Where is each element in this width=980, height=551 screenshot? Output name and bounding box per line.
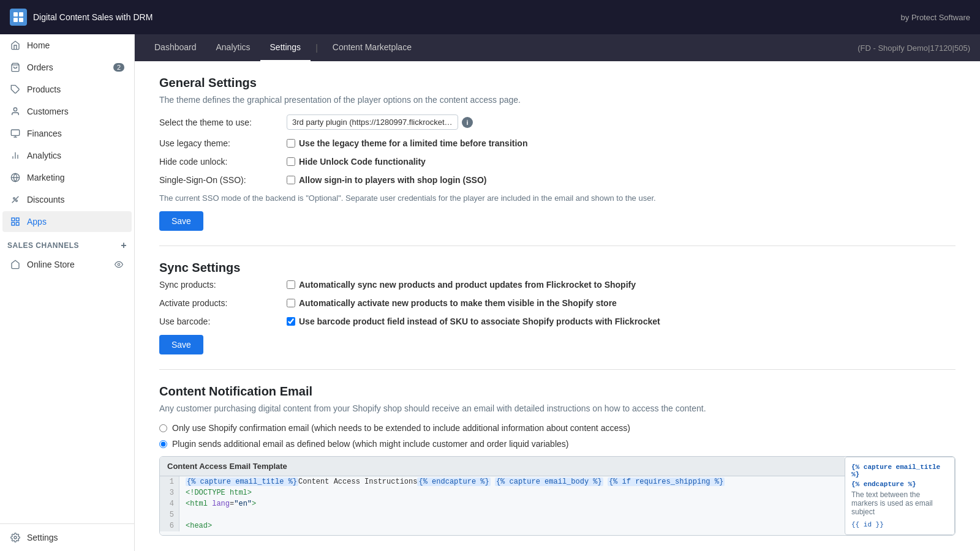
sidebar-item-online-store[interactable]: Online Store — [2, 254, 132, 275]
code-line-4: 4 <html lang="en"> — [160, 498, 845, 509]
email-option2-label[interactable]: Plugin sends additional email as defined… — [172, 439, 568, 449]
legacy-theme-checkbox[interactable] — [287, 139, 295, 148]
divider-2 — [159, 369, 956, 370]
content-notification-title: Content Notification Email — [159, 384, 956, 399]
sidebar-item-orders[interactable]: Orders 2 — [2, 57, 132, 78]
hide-code-checkbox-label[interactable]: Hide Unlock Code functionality — [287, 157, 426, 167]
code-line-3: 3 <!DOCTYPE html> — [160, 487, 845, 498]
sales-channels-label: Sales channels — [7, 241, 79, 250]
activate-products-checkbox[interactable] — [287, 299, 295, 307]
online-store-icon — [10, 259, 21, 270]
sync-products-row: Sync products: Automatically sync new pr… — [159, 280, 956, 290]
activate-products-checkbox-label[interactable]: Automatically activate new products to m… — [287, 298, 617, 308]
svg-point-6 — [13, 108, 17, 111]
nav-item-content-marketplace[interactable]: Content Marketplace — [323, 34, 421, 61]
theme-value-container: 3rd party plugin (https://1280997.flickr… — [287, 114, 473, 130]
sidebar-item-marketing[interactable]: Marketing — [2, 167, 132, 188]
orders-icon — [10, 62, 21, 73]
legacy-theme-text: Use the legacy theme for a limited time … — [299, 138, 527, 148]
general-settings-desc: The theme defines the graphical presenta… — [159, 95, 956, 105]
svg-point-15 — [13, 198, 15, 200]
legacy-theme-row: Use legacy theme: Use the legacy theme f… — [159, 138, 956, 148]
hide-code-label: Hide code unlock: — [159, 157, 282, 167]
top-bar: Digital Content Sales with DRM by Protec… — [0, 0, 980, 34]
sso-text: Allow sign-in to players with shop login… — [299, 175, 486, 185]
email-option1-label[interactable]: Only use Shopify confirmation email (whi… — [172, 423, 630, 433]
nav-item-analytics[interactable]: Analytics — [206, 34, 260, 61]
page-content: General Settings The theme defines the g… — [135, 61, 980, 551]
theme-label: Select the theme to use: — [159, 118, 282, 127]
email-option1-radio[interactable] — [159, 424, 167, 432]
sidebar-label-home: Home — [27, 40, 50, 50]
sidebar-item-finances[interactable]: Finances — [2, 123, 132, 144]
theme-info-icon[interactable]: i — [462, 117, 473, 128]
sidebar-item-customers[interactable]: Customers — [2, 101, 132, 122]
sidebar-label-apps: Apps — [27, 217, 47, 227]
template-tooltip: {% capture email_title %} {% endcapture … — [845, 457, 955, 535]
general-settings-title: General Settings — [159, 76, 956, 90]
tooltip-code2: {% endcapture %} — [851, 481, 948, 488]
tooltip-var: {{ id }} — [851, 521, 948, 528]
activate-products-text: Automatically activate new products to m… — [299, 298, 617, 308]
sales-channels-section: Sales channels + — [0, 233, 134, 253]
barcode-checkbox[interactable] — [287, 317, 295, 326]
analytics-icon — [10, 150, 21, 161]
sidebar-item-home[interactable]: Home — [2, 35, 132, 56]
code-line-1: 1 {% capture email_title %}Content Acces… — [160, 476, 845, 487]
svg-rect-19 — [16, 218, 19, 221]
legacy-theme-label: Use legacy theme: — [159, 138, 282, 148]
sso-row: Single-Sign-On (SSO): Allow sign-in to p… — [159, 175, 956, 185]
email-option2-row: Plugin sends additional email as defined… — [159, 439, 956, 449]
email-template-box: Content Access Email Template 1 {% captu… — [159, 456, 956, 536]
sidebar-item-settings[interactable]: Settings — [2, 527, 132, 548]
hide-code-text: Hide Unlock Code functionality — [299, 157, 426, 167]
sidebar-item-products[interactable]: Products — [2, 79, 132, 100]
hide-code-checkbox[interactable] — [287, 157, 295, 166]
sync-products-checkbox[interactable] — [287, 280, 295, 289]
sync-settings-save-button[interactable]: Save — [159, 335, 203, 354]
app-by: by Protect Software — [901, 13, 970, 22]
code-area: Content Access Email Template 1 {% captu… — [160, 457, 845, 535]
theme-field-row: Select the theme to use: 3rd party plugi… — [159, 114, 956, 130]
svg-rect-7 — [11, 130, 19, 135]
barcode-label: Use barcode: — [159, 317, 282, 326]
online-store-eye-icon — [113, 259, 124, 270]
activate-products-row: Activate products: Automatically activat… — [159, 298, 956, 308]
svg-rect-18 — [12, 218, 15, 221]
orders-badge: 2 — [113, 63, 124, 72]
sidebar-item-discounts[interactable]: Discounts — [2, 189, 132, 210]
sso-note: The current SSO mode of the backend is "… — [159, 193, 956, 203]
svg-rect-3 — [19, 18, 23, 22]
sync-products-label: Sync products: — [159, 280, 282, 290]
sidebar-label-settings: Settings — [27, 533, 58, 542]
add-sales-channel-icon[interactable]: + — [121, 240, 127, 251]
barcode-checkbox-label[interactable]: Use barcode product field instead of SKU… — [287, 317, 660, 326]
sso-checkbox[interactable] — [287, 176, 295, 184]
sync-products-checkbox-label[interactable]: Automatically sync new products and prod… — [287, 280, 636, 290]
sidebar-label-products: Products — [27, 84, 61, 94]
hide-code-row: Hide code unlock: Hide Unlock Code funct… — [159, 157, 956, 167]
app-title: Digital Content Sales with DRM — [33, 12, 153, 22]
sidebar-item-analytics[interactable]: Analytics — [2, 145, 132, 166]
sidebar-item-apps[interactable]: Apps — [2, 211, 132, 232]
sync-products-text: Automatically sync new products and prod… — [299, 280, 636, 290]
email-option2-radio[interactable] — [159, 440, 167, 448]
nav-item-dashboard[interactable]: Dashboard — [145, 34, 206, 61]
sidebar-label-orders: Orders — [27, 62, 53, 72]
nav-item-settings[interactable]: Settings — [260, 34, 311, 61]
template-header: Content Access Email Template — [160, 457, 845, 476]
theme-select-value[interactable]: 3rd party plugin (https://1280997.flickr… — [287, 114, 458, 130]
legacy-theme-checkbox-label[interactable]: Use the legacy theme for a limited time … — [287, 138, 527, 148]
svg-point-23 — [14, 536, 17, 539]
nav-divider: | — [311, 43, 323, 53]
general-settings-save-button[interactable]: Save — [159, 211, 203, 231]
barcode-text: Use barcode product field instead of SKU… — [299, 317, 660, 326]
sidebar-label-analytics: Analytics — [27, 151, 61, 160]
marketing-icon — [10, 172, 21, 183]
products-icon — [10, 84, 21, 95]
svg-rect-1 — [19, 12, 23, 17]
divider-1 — [159, 246, 956, 246]
sso-checkbox-label[interactable]: Allow sign-in to players with shop login… — [287, 175, 486, 185]
discounts-icon — [10, 194, 21, 205]
app-logo — [10, 9, 27, 26]
